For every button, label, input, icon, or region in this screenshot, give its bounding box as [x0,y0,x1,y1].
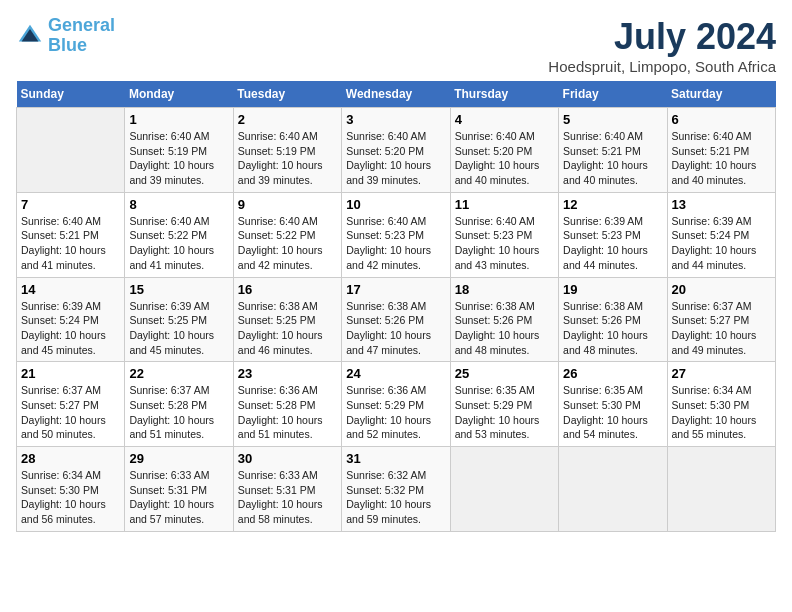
page-subtitle: Hoedspruit, Limpopo, South Africa [548,58,776,75]
day-details: Sunrise: 6:38 AM Sunset: 5:26 PM Dayligh… [455,299,554,358]
day-number: 2 [238,112,337,127]
calendar-cell: 22Sunrise: 6:37 AM Sunset: 5:28 PM Dayli… [125,362,233,447]
calendar-cell: 7Sunrise: 6:40 AM Sunset: 5:21 PM Daylig… [17,192,125,277]
day-number: 7 [21,197,120,212]
day-details: Sunrise: 6:40 AM Sunset: 5:21 PM Dayligh… [672,129,771,188]
day-details: Sunrise: 6:35 AM Sunset: 5:30 PM Dayligh… [563,383,662,442]
day-number: 5 [563,112,662,127]
day-details: Sunrise: 6:38 AM Sunset: 5:26 PM Dayligh… [346,299,445,358]
calendar-cell: 6Sunrise: 6:40 AM Sunset: 5:21 PM Daylig… [667,108,775,193]
calendar-cell [17,108,125,193]
day-details: Sunrise: 6:36 AM Sunset: 5:29 PM Dayligh… [346,383,445,442]
calendar-cell: 16Sunrise: 6:38 AM Sunset: 5:25 PM Dayli… [233,277,341,362]
weekday-friday: Friday [559,81,667,108]
day-number: 19 [563,282,662,297]
day-details: Sunrise: 6:40 AM Sunset: 5:19 PM Dayligh… [129,129,228,188]
day-number: 28 [21,451,120,466]
day-details: Sunrise: 6:33 AM Sunset: 5:31 PM Dayligh… [129,468,228,527]
calendar-cell: 24Sunrise: 6:36 AM Sunset: 5:29 PM Dayli… [342,362,450,447]
calendar-cell: 19Sunrise: 6:38 AM Sunset: 5:26 PM Dayli… [559,277,667,362]
day-number: 14 [21,282,120,297]
day-number: 26 [563,366,662,381]
day-number: 9 [238,197,337,212]
calendar-cell [559,447,667,532]
logo-icon [16,22,44,50]
weekday-header-row: SundayMondayTuesdayWednesdayThursdayFrid… [17,81,776,108]
day-number: 3 [346,112,445,127]
day-number: 17 [346,282,445,297]
day-number: 20 [672,282,771,297]
day-number: 4 [455,112,554,127]
day-number: 18 [455,282,554,297]
day-details: Sunrise: 6:39 AM Sunset: 5:23 PM Dayligh… [563,214,662,273]
logo-line2: Blue [48,35,87,55]
day-number: 30 [238,451,337,466]
day-details: Sunrise: 6:40 AM Sunset: 5:21 PM Dayligh… [563,129,662,188]
calendar-week-3: 14Sunrise: 6:39 AM Sunset: 5:24 PM Dayli… [17,277,776,362]
calendar-cell: 30Sunrise: 6:33 AM Sunset: 5:31 PM Dayli… [233,447,341,532]
logo-line1: General [48,15,115,35]
day-number: 11 [455,197,554,212]
day-details: Sunrise: 6:40 AM Sunset: 5:23 PM Dayligh… [346,214,445,273]
day-details: Sunrise: 6:40 AM Sunset: 5:19 PM Dayligh… [238,129,337,188]
day-number: 8 [129,197,228,212]
calendar-cell: 2Sunrise: 6:40 AM Sunset: 5:19 PM Daylig… [233,108,341,193]
calendar-cell: 13Sunrise: 6:39 AM Sunset: 5:24 PM Dayli… [667,192,775,277]
weekday-monday: Monday [125,81,233,108]
day-details: Sunrise: 6:39 AM Sunset: 5:25 PM Dayligh… [129,299,228,358]
day-number: 27 [672,366,771,381]
day-number: 10 [346,197,445,212]
day-number: 15 [129,282,228,297]
calendar-week-5: 28Sunrise: 6:34 AM Sunset: 5:30 PM Dayli… [17,447,776,532]
calendar-cell [450,447,558,532]
day-details: Sunrise: 6:40 AM Sunset: 5:20 PM Dayligh… [455,129,554,188]
day-details: Sunrise: 6:40 AM Sunset: 5:22 PM Dayligh… [238,214,337,273]
calendar-cell: 27Sunrise: 6:34 AM Sunset: 5:30 PM Dayli… [667,362,775,447]
day-details: Sunrise: 6:34 AM Sunset: 5:30 PM Dayligh… [672,383,771,442]
day-number: 31 [346,451,445,466]
calendar-cell [667,447,775,532]
day-number: 1 [129,112,228,127]
page-header: General Blue July 2024 Hoedspruit, Limpo… [16,16,776,75]
calendar-cell: 21Sunrise: 6:37 AM Sunset: 5:27 PM Dayli… [17,362,125,447]
calendar-cell: 31Sunrise: 6:32 AM Sunset: 5:32 PM Dayli… [342,447,450,532]
calendar-cell: 5Sunrise: 6:40 AM Sunset: 5:21 PM Daylig… [559,108,667,193]
calendar-cell: 4Sunrise: 6:40 AM Sunset: 5:20 PM Daylig… [450,108,558,193]
weekday-sunday: Sunday [17,81,125,108]
calendar-cell: 25Sunrise: 6:35 AM Sunset: 5:29 PM Dayli… [450,362,558,447]
calendar-cell: 26Sunrise: 6:35 AM Sunset: 5:30 PM Dayli… [559,362,667,447]
day-details: Sunrise: 6:36 AM Sunset: 5:28 PM Dayligh… [238,383,337,442]
calendar-cell: 23Sunrise: 6:36 AM Sunset: 5:28 PM Dayli… [233,362,341,447]
day-details: Sunrise: 6:40 AM Sunset: 5:23 PM Dayligh… [455,214,554,273]
calendar-cell: 11Sunrise: 6:40 AM Sunset: 5:23 PM Dayli… [450,192,558,277]
day-number: 12 [563,197,662,212]
calendar-week-4: 21Sunrise: 6:37 AM Sunset: 5:27 PM Dayli… [17,362,776,447]
calendar-cell: 8Sunrise: 6:40 AM Sunset: 5:22 PM Daylig… [125,192,233,277]
day-details: Sunrise: 6:33 AM Sunset: 5:31 PM Dayligh… [238,468,337,527]
calendar-cell: 10Sunrise: 6:40 AM Sunset: 5:23 PM Dayli… [342,192,450,277]
day-number: 22 [129,366,228,381]
weekday-tuesday: Tuesday [233,81,341,108]
day-number: 13 [672,197,771,212]
calendar-cell: 17Sunrise: 6:38 AM Sunset: 5:26 PM Dayli… [342,277,450,362]
calendar-cell: 12Sunrise: 6:39 AM Sunset: 5:23 PM Dayli… [559,192,667,277]
day-details: Sunrise: 6:35 AM Sunset: 5:29 PM Dayligh… [455,383,554,442]
calendar-cell: 3Sunrise: 6:40 AM Sunset: 5:20 PM Daylig… [342,108,450,193]
calendar-cell: 1Sunrise: 6:40 AM Sunset: 5:19 PM Daylig… [125,108,233,193]
day-number: 23 [238,366,337,381]
day-details: Sunrise: 6:37 AM Sunset: 5:27 PM Dayligh… [672,299,771,358]
calendar-cell: 14Sunrise: 6:39 AM Sunset: 5:24 PM Dayli… [17,277,125,362]
calendar-table: SundayMondayTuesdayWednesdayThursdayFrid… [16,81,776,532]
page-title: July 2024 [548,16,776,58]
calendar-cell: 15Sunrise: 6:39 AM Sunset: 5:25 PM Dayli… [125,277,233,362]
day-details: Sunrise: 6:40 AM Sunset: 5:22 PM Dayligh… [129,214,228,273]
day-details: Sunrise: 6:39 AM Sunset: 5:24 PM Dayligh… [672,214,771,273]
day-details: Sunrise: 6:39 AM Sunset: 5:24 PM Dayligh… [21,299,120,358]
day-number: 29 [129,451,228,466]
day-details: Sunrise: 6:40 AM Sunset: 5:21 PM Dayligh… [21,214,120,273]
day-number: 6 [672,112,771,127]
day-details: Sunrise: 6:38 AM Sunset: 5:26 PM Dayligh… [563,299,662,358]
calendar-cell: 9Sunrise: 6:40 AM Sunset: 5:22 PM Daylig… [233,192,341,277]
day-number: 21 [21,366,120,381]
weekday-saturday: Saturday [667,81,775,108]
